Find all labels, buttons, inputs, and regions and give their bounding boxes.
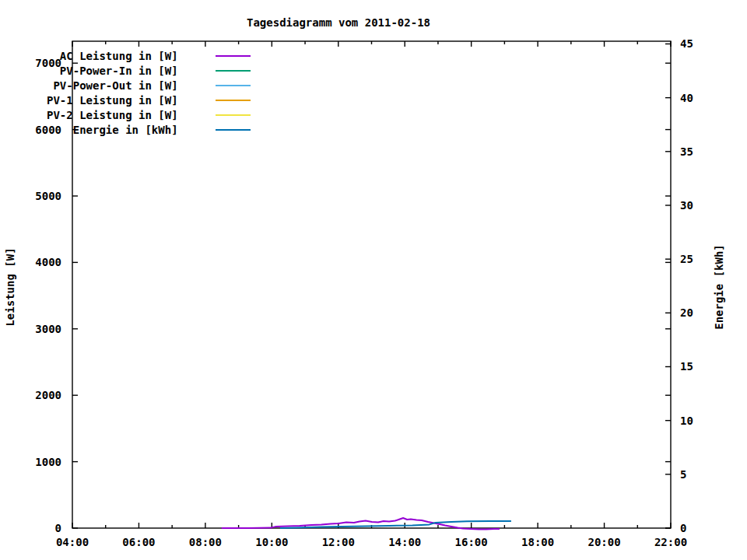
y2-tick-label: 0 xyxy=(680,522,711,534)
x-tick-label: 22:00 xyxy=(637,536,704,548)
y2-tick-label: 20 xyxy=(680,306,711,319)
legend-line-sample xyxy=(216,85,251,86)
y1-tick-label: 2000 xyxy=(5,389,61,401)
y2-tick-label: 45 xyxy=(680,37,711,50)
legend-row: PV-2 Leistung in [W] xyxy=(47,107,251,122)
legend-line-sample xyxy=(216,55,251,57)
y1-tick-label: 1000 xyxy=(5,456,61,468)
legend-label: PV-Power-Out in [W] xyxy=(53,79,177,92)
legend-label: Energie in [kWh] xyxy=(73,124,178,136)
x-tick-label: 12:00 xyxy=(305,536,372,548)
y2-tick-label: 35 xyxy=(680,145,711,158)
y1-tick-label: 3000 xyxy=(5,323,61,335)
y1-tick-label: 4000 xyxy=(5,256,61,268)
y1-tick-label: 0 xyxy=(5,522,61,534)
legend-line-sample xyxy=(216,70,251,72)
legend-label: PV-2 Leistung in [W] xyxy=(47,109,178,121)
y2-tick-label: 30 xyxy=(680,199,711,212)
legend-label: AC Leistung in [W] xyxy=(60,50,178,62)
x-tick-label: 16:00 xyxy=(438,536,505,548)
x-tick-label: 06:00 xyxy=(105,536,172,548)
legend: AC Leistung in [W]PV-Power-In in [W]PV-P… xyxy=(47,48,251,137)
legend-row: Energie in [kWh] xyxy=(47,122,251,137)
x-tick-label: 10:00 xyxy=(238,536,305,548)
y2-tick-label: 40 xyxy=(680,92,711,104)
x-tick-label: 08:00 xyxy=(172,536,239,548)
legend-line-sample xyxy=(216,100,251,101)
y2-tick-label: 25 xyxy=(680,253,711,265)
legend-line-sample xyxy=(216,114,251,116)
y1-tick-label: 5000 xyxy=(5,190,61,202)
legend-row: PV-1 Leistung in [W] xyxy=(47,93,251,107)
y2-tick-label: 5 xyxy=(680,468,711,481)
legend-line-sample xyxy=(216,129,251,131)
x-tick-label: 18:00 xyxy=(504,536,571,548)
y2-tick-label: 15 xyxy=(680,360,711,373)
legend-label: PV-Power-In in [W] xyxy=(60,65,178,77)
x-tick-label: 04:00 xyxy=(39,536,106,548)
y2-tick-label: 10 xyxy=(680,415,711,427)
legend-row: PV-Power-In in [W] xyxy=(47,63,251,78)
x-tick-label: 20:00 xyxy=(571,536,638,548)
x-tick-label: 14:00 xyxy=(371,536,438,548)
legend-row: PV-Power-Out in [W] xyxy=(47,78,251,93)
legend-label: PV-1 Leistung in [W] xyxy=(47,94,178,107)
legend-row: AC Leistung in [W] xyxy=(47,48,251,63)
